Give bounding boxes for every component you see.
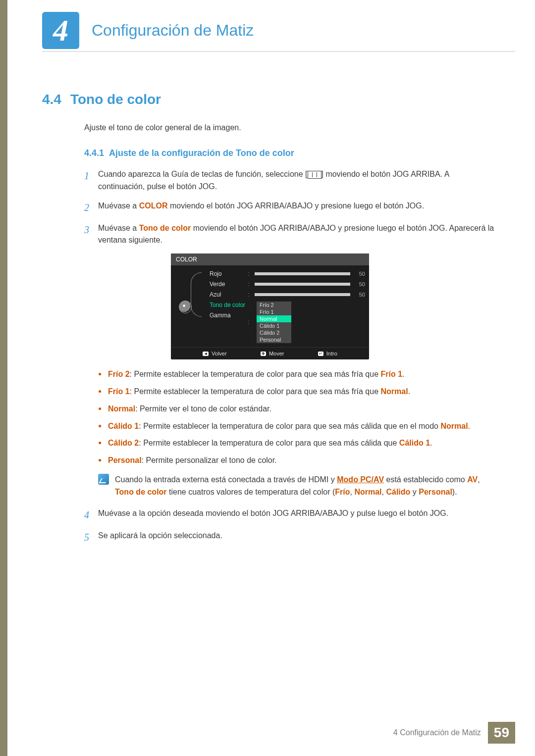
- osd-footer-volver: ◄Volver: [203, 351, 227, 356]
- key-icon: ↵: [318, 352, 323, 356]
- step-number: 1: [84, 168, 98, 193]
- step-number: 3: [84, 222, 98, 247]
- list-item: ●Cálido 1: Permite establecer la tempera…: [98, 420, 498, 433]
- step-5: 5 Se aplicará la opción seleccionada.: [84, 530, 498, 545]
- osd-option: Cálido 2: [257, 329, 291, 336]
- text: : Permite establecer la temperatura de c…: [130, 370, 381, 378]
- bullet-body: Cálido 1: Permite establecer la temperat…: [108, 420, 498, 433]
- osd-option: Personal: [257, 336, 291, 343]
- text: : Permite establecer la temperatura de c…: [139, 439, 399, 447]
- bullet-dot: ●: [98, 437, 108, 450]
- note-body: Cuando la entrada externa está conectada…: [115, 474, 498, 499]
- label: Mover: [269, 351, 284, 356]
- list-item: ●Normal: Permite ver el tono de color es…: [98, 403, 498, 415]
- text: .: [408, 387, 410, 396]
- osd-row-rojo: :50: [248, 270, 365, 277]
- text: : Permite ver el tono de color estándar.: [135, 404, 271, 413]
- osd-screenshot: COLOR Rojo Verde Azul Tono de color Gamm…: [171, 253, 369, 359]
- text: Muévase a: [98, 224, 139, 232]
- page-number: 59: [488, 722, 515, 744]
- osd-label-verde: Verde: [210, 281, 248, 288]
- step-number: 4: [84, 507, 98, 523]
- menu-icon: [308, 171, 321, 179]
- osd-footer-intro: ↵Intro: [318, 351, 337, 356]
- step-2: 2 Muévase a COLOR moviendo el botón JOG …: [84, 200, 498, 215]
- osd-option: Frío 2: [257, 302, 291, 308]
- palette-icon: [179, 301, 192, 313]
- label: Volver: [212, 351, 227, 356]
- text: moviendo el botón JOG ARRIBA/ABAJO y pre…: [168, 202, 425, 210]
- keyword: Normal: [108, 404, 135, 413]
- bullet-body: Frío 1: Permite establecer la temperatur…: [108, 386, 498, 398]
- step-body: Se aplicará la opción seleccionada.: [98, 530, 498, 545]
- value: 50: [354, 271, 365, 277]
- step-number: 5: [84, 530, 98, 545]
- value: 50: [354, 281, 365, 287]
- keyword: Normal: [381, 387, 408, 396]
- text: tiene cuatros valores de temperatura del…: [167, 488, 335, 496]
- osd-option: Frío 1: [257, 308, 291, 315]
- text: ).: [452, 488, 457, 496]
- keyword: Normal: [354, 488, 381, 496]
- bullet-body: Normal: Permite ver el tono de color est…: [108, 403, 498, 415]
- osd-body: Rojo Verde Azul Tono de color Gamma :50 …: [171, 265, 369, 347]
- osd-label-azul: Azul: [210, 291, 248, 298]
- list-item: ●Frío 1: Permite establecer la temperatu…: [98, 386, 498, 398]
- list-item: ●Cálido 2: Permite establecer la tempera…: [98, 437, 498, 450]
- osd-row-tono: : Frío 2 Frío 1 Normal Cálido 1 Cálido 2…: [248, 302, 365, 343]
- osd-label-rojo: Rojo: [210, 270, 248, 277]
- keyword: Cálido 2: [108, 439, 139, 447]
- osd-footer-mover: ✥Mover: [261, 351, 284, 356]
- list-item: ●Frío 2: Permite establecer la temperatu…: [98, 368, 498, 381]
- value: 50: [354, 292, 365, 298]
- main-content: 4.4Tono de color Ajuste el tono de color…: [42, 92, 498, 552]
- text: : Permite establecer la temperatura de c…: [139, 422, 440, 430]
- step-4: 4 Muévase a la opción deseada moviendo e…: [84, 507, 498, 523]
- text: ,: [478, 475, 480, 484]
- keyword: Personal: [108, 456, 142, 464]
- section-number: 4.4: [42, 92, 61, 107]
- chapter-number-badge: 4: [42, 12, 79, 49]
- step-1: 1 Cuando aparezca la Guía de teclas de f…: [84, 168, 498, 193]
- text: Cuando aparezca la Guía de teclas de fun…: [98, 170, 308, 178]
- bullet-dot: ●: [98, 454, 108, 467]
- keyword: Cálido 1: [108, 422, 139, 430]
- step-body: Cuando aparezca la Guía de teclas de fun…: [98, 168, 498, 193]
- step-number: 2: [84, 200, 98, 215]
- keyword: COLOR: [139, 202, 168, 210]
- list-item: ●Personal: Permite personalizar el tono …: [98, 454, 498, 467]
- keyword: Personal: [419, 488, 452, 496]
- bullet-dot: ●: [98, 403, 108, 415]
- keyword: Frío 2: [108, 370, 130, 378]
- footer-text: 4 Configuración de Matiz: [393, 728, 481, 737]
- step-3: 3 Muévase a Tono de color moviendo el bo…: [84, 222, 498, 247]
- key-icon: ◄: [203, 352, 209, 356]
- keyword: Tono de color: [115, 488, 167, 496]
- bullet-dot: ●: [98, 368, 108, 381]
- step-body: Muévase a COLOR moviendo el botón JOG AR…: [98, 200, 498, 215]
- section-title: Tono de color: [70, 92, 161, 107]
- text: : Permite establecer la temperatura de c…: [130, 387, 381, 396]
- osd-options-list: Frío 2 Frío 1 Normal Cálido 1 Cálido 2 P…: [257, 302, 291, 343]
- info-note: Cuando la entrada externa está conectada…: [98, 474, 498, 499]
- text: está establecido como: [384, 475, 467, 484]
- keyword: AV: [467, 475, 478, 484]
- keyword: Cálido: [386, 488, 410, 496]
- page-footer: 4 Configuración de Matiz 59: [393, 722, 515, 744]
- keyword: Frío: [335, 488, 350, 496]
- note-icon: [98, 474, 109, 485]
- osd-option: Cálido 1: [257, 322, 291, 329]
- osd-values: :50 :50 :50 : Frío 2 Frío 1 Normal Cálid…: [248, 270, 365, 343]
- slider-bar: [255, 272, 350, 275]
- text: .: [430, 439, 432, 447]
- text: .: [468, 422, 470, 430]
- keyword: Cálido 1: [399, 439, 430, 447]
- bullet-dot: ●: [98, 420, 108, 433]
- osd-title: COLOR: [171, 253, 369, 265]
- osd-footer: ◄Volver ✥Mover ↵Intro: [171, 347, 369, 359]
- keyword: Frío 1: [381, 370, 403, 378]
- keyword-link: Modo PC/AV: [337, 475, 384, 484]
- page-header: 4 Configuración de Matiz: [42, 10, 515, 52]
- subsection-number: 4.4.1: [84, 148, 104, 158]
- chapter-title: Configuración de Matiz: [92, 21, 254, 40]
